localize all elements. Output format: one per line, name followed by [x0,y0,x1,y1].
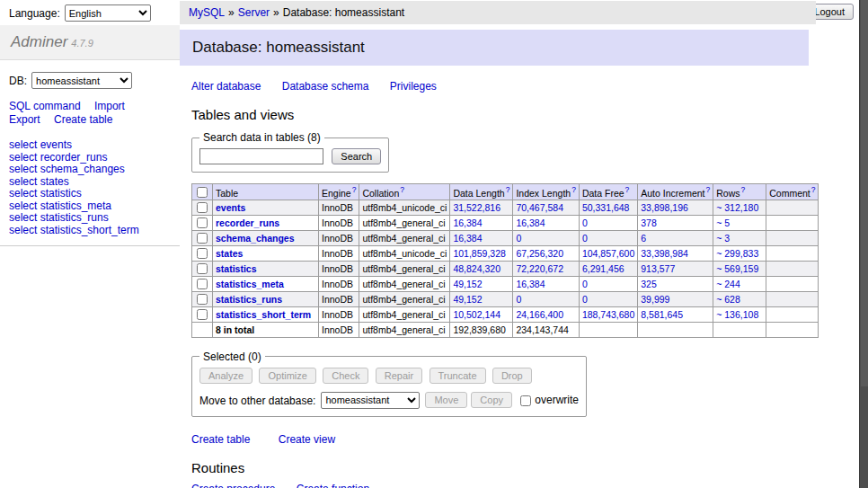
data-length-link[interactable]: 16,384 [453,233,482,244]
row-checkbox[interactable] [197,309,208,320]
help-link[interactable]: ? [571,185,576,194]
database-schema-link[interactable]: Database schema [282,80,369,93]
table-name-link[interactable]: schema_changes [216,233,295,244]
row-checkbox[interactable] [197,202,208,213]
language-select[interactable]: English [65,4,151,22]
search-input[interactable] [199,148,323,164]
selected-action-button[interactable]: Truncate [430,368,486,384]
rows-count-link[interactable]: ~ 3 [716,233,730,244]
select-all-checkbox[interactable] [197,187,208,198]
selected-action-button[interactable]: Analyze [199,368,252,384]
selected-action-button[interactable]: Check [323,368,368,384]
sidebar-link-export[interactable]: Export [9,113,40,126]
index-length-link[interactable]: 16,384 [516,217,545,228]
index-length-link[interactable]: 70,467,584 [516,202,563,213]
sidebar-table-link[interactable]: select schema_changes [9,164,171,176]
data-free-link[interactable]: 6,291,456 [582,263,624,274]
help-link[interactable]: ? [740,185,745,194]
help-link[interactable]: ? [506,185,510,194]
auto-increment-link[interactable]: 325 [641,279,657,289]
sidebar-link-create-table[interactable]: Create table [54,113,112,126]
data-free-link[interactable]: 0 [582,294,588,305]
index-length-link[interactable]: 24,166,400 [516,309,563,320]
copy-button[interactable]: Copy [471,392,512,408]
data-length-link[interactable]: 16,384 [453,217,482,228]
help-link[interactable]: ? [625,185,630,194]
rows-count-link[interactable]: ~ 136,108 [716,309,758,320]
privileges-link[interactable]: Privileges [390,80,437,93]
help-link[interactable]: ? [400,185,404,194]
table-name-link[interactable]: statistics_runs [216,294,282,305]
row-checkbox[interactable] [197,233,208,244]
alter-database-link[interactable]: Alter database [191,80,261,93]
auto-increment-link[interactable]: 33,398,984 [641,248,688,259]
sidebar-table-link[interactable]: select statistics [9,188,171,200]
table-name-link[interactable]: states [216,248,243,259]
create-procedure-link[interactable]: Create procedure [191,483,275,488]
search-button[interactable]: Search [332,148,381,164]
row-checkbox[interactable] [197,248,208,259]
index-length-link[interactable]: 0 [516,233,521,244]
db-select[interactable]: homeassistant [31,72,132,89]
selected-action-button[interactable]: Optimize [259,368,315,384]
table-name-link[interactable]: statistics [216,263,257,274]
sidebar-link-import[interactable]: Import [94,100,125,112]
breadcrumb-server-link[interactable]: Server [238,6,270,19]
data-free-link[interactable]: 50,331,648 [582,202,630,213]
row-checkbox[interactable] [197,217,208,228]
overwrite-checkbox[interactable] [520,395,531,406]
rows-count-link[interactable]: ~ 299,833 [716,248,758,259]
rows-count-link[interactable]: ~ 628 [716,294,740,305]
selected-action-button[interactable]: Drop [492,368,532,384]
sidebar-table-link[interactable]: select statistics_runs [9,212,171,225]
table-name-link[interactable]: statistics_short_term [216,309,311,320]
data-length-link[interactable]: 49,152 [453,294,482,305]
index-length-link[interactable]: 67,256,320 [516,248,563,259]
auto-increment-link[interactable]: 33,898,196 [641,202,688,213]
data-length-link[interactable]: 101,859,328 [453,248,505,259]
data-free-link[interactable]: 0 [582,279,588,289]
data-length-link[interactable]: 31,522,816 [453,202,500,213]
rows-count-link[interactable]: ~ 5 [716,217,730,228]
help-link[interactable]: ? [352,185,357,194]
help-link[interactable]: ? [705,185,710,194]
selected-action-button[interactable]: Repair [376,368,422,384]
create-function-link[interactable]: Create function [297,483,369,488]
auto-increment-link[interactable]: 378 [641,217,657,228]
rows-count-link[interactable]: ~ 569,159 [716,263,758,274]
create-view-link[interactable]: Create view [279,433,335,446]
breadcrumb-mysql-link[interactable]: MySQL [189,6,225,19]
sidebar-link-sql-command[interactable]: SQL command [9,100,81,112]
data-free-link[interactable]: 0 [582,233,588,244]
rows-count-link[interactable]: ~ 312,180 [716,202,758,213]
data-free-link[interactable]: 0 [582,217,588,228]
auto-increment-link[interactable]: 8,581,645 [641,309,683,320]
index-length-link[interactable]: 72,220,672 [516,263,563,274]
table-name-link[interactable]: events [216,202,245,213]
data-free-link[interactable]: 188,743,680 [582,309,634,320]
data-length-link[interactable]: 49,152 [453,279,482,289]
index-length-link[interactable]: 16,384 [516,279,545,289]
help-link[interactable]: ? [811,185,816,194]
data-length-link[interactable]: 48,824,320 [453,263,500,274]
sidebar-table-link[interactable]: select statistics_meta [9,200,171,213]
row-checkbox[interactable] [197,294,208,305]
auto-increment-link[interactable]: 913,577 [641,263,675,274]
rows-count-link[interactable]: ~ 244 [716,279,740,289]
data-free-link[interactable]: 104,857,600 [582,248,634,259]
table-name-link[interactable]: recorder_runs [216,217,279,228]
auto-increment-link[interactable]: 6 [641,233,646,244]
sidebar-table-link[interactable]: select events [9,139,171,152]
data-length-link[interactable]: 10,502,144 [453,309,500,320]
row-checkbox[interactable] [197,279,208,289]
sidebar-table-link[interactable]: select states [9,176,171,189]
auto-increment-link[interactable]: 39,999 [641,294,669,305]
sidebar-table-link[interactable]: select statistics_short_term [9,225,171,237]
index-length-link[interactable]: 0 [516,294,521,305]
sidebar-table-link[interactable]: select recorder_runs [9,152,171,164]
move-button[interactable]: Move [425,392,467,408]
scrollbar-thumb[interactable] [861,0,868,386]
create-table-link[interactable]: Create table [191,433,250,446]
scrollbar[interactable] [859,0,868,488]
move-database-select[interactable]: homeassistant [321,392,420,409]
